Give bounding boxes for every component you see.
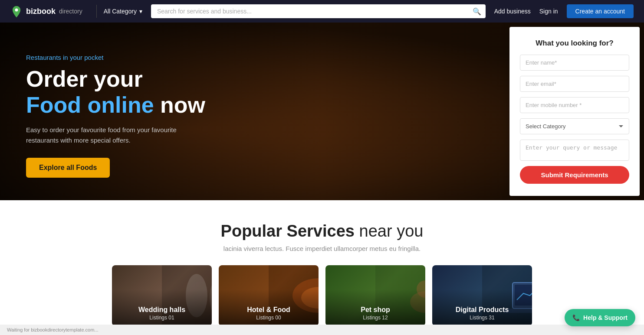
pet-card-info: Pet shop Listings 12 [325, 301, 425, 326]
food-card-info: Hotel & Food Listings 00 [219, 301, 319, 326]
logo-icon [10, 5, 23, 17]
wedding-card-name: Wedding halls [117, 306, 207, 314]
pet-card-name: Pet shop [331, 306, 420, 314]
navbar-divider [96, 5, 97, 18]
popular-title-bold: Popular Services [221, 222, 355, 240]
create-account-button[interactable]: Create an account [567, 4, 634, 18]
email-input[interactable] [520, 76, 629, 92]
status-bar: Waiting for bizbookdirectorytemplate.com… [0, 325, 644, 335]
logo-brand: bizbook [26, 7, 56, 16]
svg-point-0 [15, 9, 18, 12]
popular-subtitle: lacinia viverra lectus. Fusce imperdiet … [9, 245, 635, 252]
hero-description: Easy to order your favourite food from y… [26, 125, 208, 146]
pet-card-listings: Listings 12 [331, 315, 420, 321]
hero-title-highlight: Food online [26, 92, 154, 117]
service-card-pet[interactable]: Pet shop Listings 12 [325, 265, 425, 326]
sign-in-link[interactable]: Sign in [539, 8, 558, 15]
hero-content: Restaurants in your pocket Order your Fo… [0, 23, 644, 200]
service-card-food[interactable]: Hotel & Food Listings 00 [219, 265, 319, 326]
hero-text: Restaurants in your pocket Order your Fo… [0, 23, 505, 200]
logo: bizbook directory [10, 5, 82, 17]
hero-title: Order your Food online now [26, 66, 488, 118]
category-select[interactable]: Select Category Restaurants Hotels Shops… [520, 118, 629, 134]
search-button[interactable]: 🔍 [473, 7, 481, 16]
navbar: bizbook directory All Category ▾ 🔍 Add b… [0, 0, 644, 23]
status-text: Waiting for bizbookdirectorytemplate.com… [7, 327, 99, 332]
category-label: All Category [104, 8, 137, 15]
popular-services-section: Popular Services near you lacinia viverr… [0, 200, 644, 335]
digital-card-info: Digital Products Listings 31 [432, 301, 532, 326]
search-input[interactable] [151, 4, 486, 18]
contact-form: What you looking for? Select Category Re… [509, 27, 640, 196]
message-textarea[interactable] [520, 140, 629, 161]
phone-icon: 📞 [572, 314, 580, 321]
hero-section: Restaurants in your pocket Order your Fo… [0, 23, 644, 200]
help-label: Help & Support [583, 314, 628, 321]
logo-sub: directory [59, 8, 82, 15]
name-input[interactable] [520, 55, 629, 71]
food-card-listings: Listings 00 [224, 315, 313, 321]
submit-button[interactable]: Submit Requirements [520, 166, 629, 184]
add-business-link[interactable]: Add business [494, 8, 531, 15]
popular-title-rest: near you [355, 222, 423, 240]
category-dropdown[interactable]: All Category ▾ [104, 8, 142, 15]
services-grid: Wedding halls Listings 01 Hotel & Food L… [9, 265, 635, 326]
search-bar: 🔍 [151, 4, 486, 18]
help-support-button[interactable]: 📞 Help & Support [565, 309, 635, 326]
chevron-down-icon: ▾ [139, 8, 142, 15]
hero-title-line1: Order your [26, 66, 143, 91]
food-card-name: Hotel & Food [224, 306, 313, 314]
hero-title-rest: now [154, 92, 205, 117]
form-title: What you looking for? [520, 39, 629, 48]
explore-foods-button[interactable]: Explore all Foods [26, 158, 110, 178]
service-card-wedding[interactable]: Wedding halls Listings 01 [112, 265, 212, 326]
navbar-actions: Add business Sign in Create an account [494, 4, 634, 18]
popular-title: Popular Services near you [9, 222, 635, 241]
mobile-input[interactable] [520, 97, 629, 113]
digital-card-name: Digital Products [437, 306, 527, 314]
digital-card-listings: Listings 31 [437, 315, 527, 321]
wedding-card-info: Wedding halls Listings 01 [112, 301, 212, 326]
service-card-digital[interactable]: Digital Products Listings 31 [432, 265, 532, 326]
wedding-card-listings: Listings 01 [117, 315, 207, 321]
hero-subtitle: Restaurants in your pocket [26, 54, 488, 61]
